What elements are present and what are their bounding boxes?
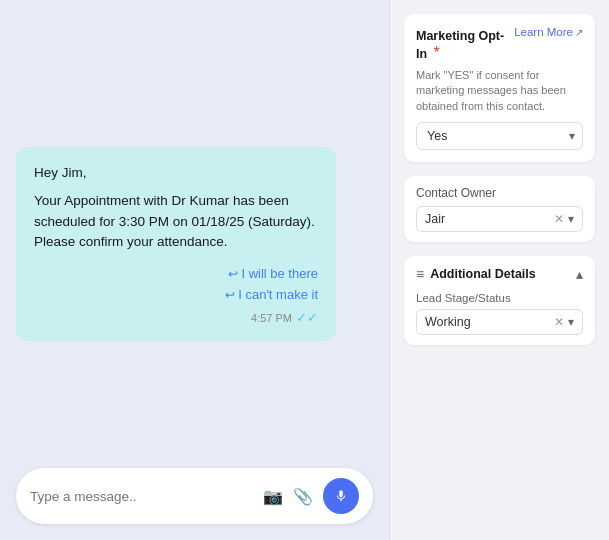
- contact-owner-chevron-icon: ▾: [568, 212, 574, 226]
- lead-stage-select-row[interactable]: Working ✕ ▾: [416, 309, 583, 335]
- chat-panel: Hey Jim, Your Appointment with Dr Kumar …: [0, 0, 389, 540]
- timestamp: 4:57 PM: [251, 312, 292, 324]
- sidebar-panel: Marketing Opt-In * Learn More ↗ Mark "YE…: [389, 0, 609, 540]
- chat-messages: Hey Jim, Your Appointment with Dr Kumar …: [16, 20, 373, 468]
- list-icon: ≡: [416, 266, 424, 282]
- external-link-icon: ↗: [575, 27, 583, 38]
- quick-replies: I will be there I can't make it: [34, 266, 318, 302]
- message-greeting: Hey Jim,: [34, 163, 318, 183]
- learn-more-link[interactable]: Learn More ↗: [514, 26, 583, 38]
- learn-more-text: Learn More: [514, 26, 573, 38]
- additional-details-header: ≡ Additional Details ▴: [416, 266, 583, 282]
- message-text: Hey Jim, Your Appointment with Dr Kumar …: [34, 163, 318, 252]
- attachment-icon[interactable]: 📎: [293, 487, 313, 506]
- lead-stage-clear-icon[interactable]: ✕: [554, 315, 564, 329]
- marketing-optin-title-row: Marketing Opt-In *: [416, 26, 514, 62]
- message-bubble: Hey Jim, Your Appointment with Dr Kumar …: [16, 147, 336, 341]
- read-receipt-icon: ✓✓: [296, 310, 318, 325]
- additional-details-title: Additional Details: [430, 267, 536, 281]
- marketing-optin-description: Mark "YES" if consent for marketing mess…: [416, 68, 583, 114]
- lead-stage-value: Working: [425, 315, 550, 329]
- contact-owner-card: Contact Owner Jair ✕ ▾: [404, 176, 595, 242]
- mic-svg-icon: [334, 489, 348, 503]
- marketing-optin-select[interactable]: Yes No: [416, 122, 583, 150]
- quick-reply-2[interactable]: I can't make it: [225, 287, 318, 302]
- mic-button[interactable]: [323, 478, 359, 514]
- quick-reply-1[interactable]: I will be there: [228, 266, 318, 281]
- contact-owner-label: Contact Owner: [416, 186, 583, 200]
- camera-icon[interactable]: 📷: [263, 487, 283, 506]
- contact-owner-value: Jair: [425, 212, 550, 226]
- additional-details-card: ≡ Additional Details ▴ Lead Stage/Status…: [404, 256, 595, 345]
- lead-stage-label: Lead Stage/Status: [416, 292, 583, 304]
- chat-input-area: 📷 📎: [16, 468, 373, 524]
- contact-owner-clear-icon[interactable]: ✕: [554, 212, 564, 226]
- message-body: Your Appointment with Dr Kumar has been …: [34, 193, 315, 249]
- collapse-icon[interactable]: ▴: [576, 266, 583, 282]
- message-input[interactable]: [30, 489, 253, 504]
- marketing-optin-title: Marketing Opt-In: [416, 29, 504, 61]
- marketing-optin-card: Marketing Opt-In * Learn More ↗ Mark "YE…: [404, 14, 595, 162]
- message-time: 4:57 PM ✓✓: [34, 310, 318, 325]
- lead-stage-chevron-icon: ▾: [568, 315, 574, 329]
- contact-owner-select-row[interactable]: Jair ✕ ▾: [416, 206, 583, 232]
- marketing-optin-select-wrapper: Yes No ▾: [416, 122, 583, 150]
- required-indicator: *: [434, 44, 440, 61]
- additional-details-title-group: ≡ Additional Details: [416, 266, 536, 282]
- marketing-optin-header: Marketing Opt-In * Learn More ↗: [416, 26, 583, 62]
